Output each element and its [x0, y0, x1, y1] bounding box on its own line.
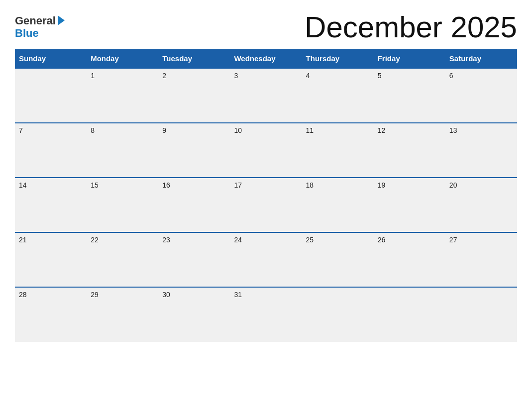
calendar-day-2-3: 17	[230, 178, 302, 232]
calendar-day-4-3: 31	[230, 287, 302, 342]
calendar-day-2-4: 18	[302, 178, 374, 232]
calendar-day-0-2: 2	[158, 68, 230, 123]
day-number: 17	[234, 181, 298, 189]
col-thursday: Thursday	[302, 49, 374, 68]
day-number: 24	[234, 236, 298, 244]
calendar-day-2-6: 20	[445, 178, 517, 232]
day-number: 23	[162, 236, 226, 244]
month-title: December 2025	[305, 10, 517, 44]
day-number: 1	[91, 72, 154, 80]
calendar-day-4-6	[445, 287, 517, 342]
day-number: 20	[449, 181, 513, 189]
calendar-day-0-5: 5	[374, 68, 445, 123]
day-number: 9	[162, 126, 226, 134]
calendar-day-1-0: 7	[15, 123, 87, 178]
day-number: 25	[306, 236, 370, 244]
logo-general-text: General	[15, 15, 56, 27]
day-number: 5	[378, 72, 441, 80]
day-number: 30	[162, 291, 226, 299]
col-sunday: Sunday	[15, 49, 87, 68]
calendar-day-1-4: 11	[302, 123, 374, 178]
calendar-week-row-4: 28293031	[15, 287, 517, 342]
calendar-day-3-0: 21	[15, 232, 87, 287]
calendar-day-1-5: 12	[374, 123, 445, 178]
calendar-day-0-3: 3	[230, 68, 302, 123]
day-number: 11	[306, 126, 370, 134]
day-number: 29	[91, 291, 154, 299]
calendar-day-2-2: 16	[158, 178, 230, 232]
calendar-day-0-4: 4	[302, 68, 374, 123]
calendar-week-row-2: 14151617181920	[15, 178, 517, 232]
calendar-week-row-1: 78910111213	[15, 123, 517, 178]
calendar-day-1-2: 9	[158, 123, 230, 178]
day-number: 7	[19, 126, 83, 134]
day-number: 18	[306, 181, 370, 189]
col-saturday: Saturday	[445, 49, 517, 68]
calendar-day-0-0	[15, 68, 87, 123]
calendar-day-4-5	[374, 287, 445, 342]
calendar-day-3-3: 24	[230, 232, 302, 287]
day-number: 2	[162, 72, 226, 80]
calendar-week-row-0: 123456	[15, 68, 517, 123]
calendar-day-4-2: 30	[158, 287, 230, 342]
day-number: 8	[91, 126, 154, 134]
logo-blue-text: Blue	[15, 27, 39, 39]
col-tuesday: Tuesday	[158, 49, 230, 68]
calendar-day-4-1: 29	[87, 287, 158, 342]
col-monday: Monday	[87, 49, 158, 68]
day-number: 6	[449, 72, 513, 80]
header: General Blue December 2025	[15, 10, 517, 44]
day-number: 21	[19, 236, 83, 244]
calendar-day-3-2: 23	[158, 232, 230, 287]
day-number: 26	[378, 236, 441, 244]
day-number: 16	[162, 181, 226, 189]
day-number: 10	[234, 126, 298, 134]
day-number: 15	[91, 181, 154, 189]
calendar-table: Sunday Monday Tuesday Wednesday Thursday…	[15, 49, 517, 342]
calendar-day-3-4: 25	[302, 232, 374, 287]
calendar-day-1-6: 13	[445, 123, 517, 178]
calendar-day-3-5: 26	[374, 232, 445, 287]
col-friday: Friday	[374, 49, 445, 68]
calendar-day-1-3: 10	[230, 123, 302, 178]
calendar-day-2-0: 14	[15, 178, 87, 232]
calendar-day-4-0: 28	[15, 287, 87, 342]
day-number: 13	[449, 126, 513, 134]
calendar-header-row: Sunday Monday Tuesday Wednesday Thursday…	[15, 49, 517, 68]
calendar-day-1-1: 8	[87, 123, 158, 178]
calendar-day-2-1: 15	[87, 178, 158, 232]
day-number: 27	[449, 236, 513, 244]
day-number: 4	[306, 72, 370, 80]
calendar-day-0-1: 1	[87, 68, 158, 123]
day-number: 22	[91, 236, 154, 244]
day-number: 3	[234, 72, 298, 80]
logo: General Blue	[15, 15, 65, 39]
calendar-day-4-4	[302, 287, 374, 342]
day-number: 14	[19, 181, 83, 189]
day-number: 12	[378, 126, 441, 134]
logo-triangle-icon	[58, 15, 65, 25]
calendar-day-0-6: 6	[445, 68, 517, 123]
day-number: 19	[378, 181, 441, 189]
calendar-week-row-3: 21222324252627	[15, 232, 517, 287]
calendar-day-3-1: 22	[87, 232, 158, 287]
calendar-day-2-5: 19	[374, 178, 445, 232]
calendar-day-3-6: 27	[445, 232, 517, 287]
day-number: 28	[19, 291, 83, 299]
page: General Blue December 2025 Sunday Monday…	[0, 0, 532, 411]
day-number: 31	[234, 291, 298, 299]
col-wednesday: Wednesday	[230, 49, 302, 68]
